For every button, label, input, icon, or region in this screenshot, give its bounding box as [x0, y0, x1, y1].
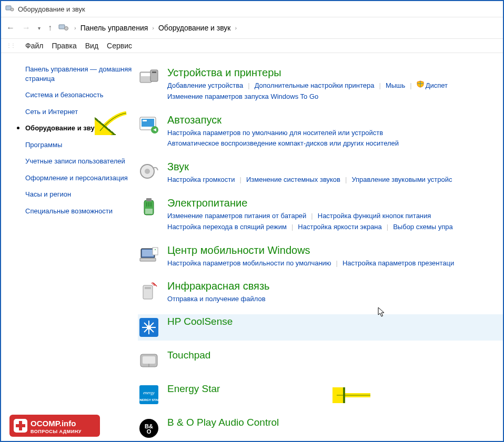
main-panel: Устройства и принтерыДобавление устройст…	[138, 65, 503, 442]
chevron-right-icon[interactable]: ›	[151, 25, 155, 31]
svg-text:ВОПРОСЫ АДМИНУ: ВОПРОСЫ АДМИНУ	[31, 429, 82, 434]
category-item[interactable]: HP CoolSense	[138, 314, 503, 341]
category-link[interactable]: Настройка параметров по умолчанию для но…	[167, 128, 383, 139]
svg-rect-0	[6, 6, 11, 10]
category-icon	[138, 316, 160, 338]
menu-file[interactable]: Файл	[25, 42, 43, 50]
category-item[interactable]: Центр мобильности WindowsНастройка парам…	[138, 242, 503, 271]
category-link[interactable]: Автоматическое воспроизведение компакт-д…	[167, 138, 399, 149]
nav-up-icon[interactable]: ↑	[48, 23, 52, 33]
category-item[interactable]: Touchpad	[138, 348, 503, 374]
category-link[interactable]: Настройка яркости экрана	[298, 222, 381, 233]
sidebar-item[interactable]: Программы	[25, 140, 133, 150]
category-item[interactable]: ЗвукНастройка громкости|Изменение систем…	[138, 159, 503, 188]
category-link[interactable]: Добавление устройства	[167, 80, 243, 91]
sidebar: Панель управления — домашняя страница Си…	[1, 65, 138, 442]
category-item[interactable]: Устройства и принтерыДобавление устройст…	[138, 65, 503, 105]
grip-icon: ⋮⋮	[6, 44, 15, 47]
category-icon	[138, 350, 160, 372]
category-title[interactable]: Инфракрасная связь	[167, 280, 503, 292]
category-icon: energyENERGY STAR	[138, 384, 160, 406]
svg-point-13	[145, 169, 150, 174]
category-icon	[138, 197, 160, 219]
svg-rect-19	[140, 258, 156, 261]
svg-rect-10	[143, 120, 147, 121]
svg-rect-18	[142, 250, 154, 256]
category-link[interactable]: Настройка перехода в спящий режим	[167, 222, 287, 233]
sidebar-item[interactable]: Система и безопасность	[25, 90, 133, 100]
breadcrumb: › Панель управления › Оборудование и зву…	[58, 23, 238, 34]
svg-rect-2	[59, 25, 65, 29]
category-icon	[138, 114, 160, 136]
category-title[interactable]: Touchpad	[167, 350, 503, 361]
category-item[interactable]: B&OB & O Play Audio Control	[138, 415, 503, 441]
category-link[interactable]: Управление звуковыми устройс	[351, 174, 452, 186]
sidebar-item[interactable]: Сеть и Интернет	[25, 107, 133, 117]
category-link[interactable]: Мышь	[386, 80, 405, 91]
category-link[interactable]: Настройка параметров презентаци	[342, 258, 454, 269]
svg-rect-7	[152, 71, 156, 73]
category-item[interactable]: energyENERGY STAREnergy Star	[138, 382, 503, 408]
menu-edit[interactable]: Правка	[52, 42, 76, 50]
category-title[interactable]: B & O Play Audio Control	[167, 417, 503, 428]
svg-rect-15	[146, 198, 152, 201]
sidebar-item[interactable]: Специальные возможности	[25, 207, 133, 216]
svg-rect-23	[145, 287, 151, 289]
sidebar-item[interactable]: Оборудование и звук	[25, 124, 133, 133]
category-title[interactable]: Электропитание	[167, 197, 503, 209]
svg-rect-20	[153, 248, 158, 255]
category-link[interactable]: Изменение параметров питания от батарей	[167, 211, 306, 222]
shield-icon	[417, 80, 424, 91]
category-title[interactable]: Центр мобильности Windows	[167, 244, 503, 256]
svg-point-21	[155, 249, 156, 250]
category-title[interactable]: Energy Star	[167, 384, 503, 395]
titlebar: Оборудование и звук	[1, 1, 503, 17]
svg-point-1	[11, 8, 14, 11]
svg-point-25	[147, 325, 151, 330]
svg-rect-5	[141, 73, 150, 76]
chevron-right-icon[interactable]: ›	[234, 25, 238, 31]
sidebar-item[interactable]: Оформление и персонализация	[25, 173, 133, 183]
breadcrumb-section[interactable]: Оборудование и звук	[158, 24, 231, 32]
svg-text:ENERGY STAR: ENERGY STAR	[138, 398, 160, 402]
category-link[interactable]: Диспет	[426, 80, 448, 91]
breadcrumb-root[interactable]: Панель управления	[80, 24, 148, 32]
menu-view[interactable]: Вид	[85, 42, 98, 50]
svg-text:O: O	[147, 428, 152, 435]
nav-back-icon[interactable]: ←	[6, 23, 15, 33]
category-link[interactable]: Настройка функций кнопок питания	[318, 211, 431, 222]
category-title[interactable]: HP CoolSense	[167, 316, 503, 327]
category-title[interactable]: Автозапуск	[167, 114, 503, 126]
category-icon: B&O	[138, 417, 160, 439]
category-link[interactable]: Отправка и получение файлов	[167, 294, 266, 305]
svg-text:OCOMP.info: OCOMP.info	[31, 419, 76, 428]
svg-point-3	[65, 26, 68, 30]
category-link[interactable]: Изменение параметров запуска Windows To …	[167, 91, 318, 102]
watermark: OCOMP.info ВОПРОСЫ АДМИНУ	[9, 415, 100, 438]
svg-text:energy: energy	[143, 390, 155, 395]
category-link[interactable]: Настройка параметров мобильности по умол…	[167, 258, 331, 269]
sidebar-home[interactable]: Панель управления — домашняя страница	[25, 65, 133, 83]
category-link[interactable]: Дополнительные настройки принтера	[255, 80, 375, 91]
category-link[interactable]: Настройка громкости	[167, 174, 235, 186]
nav-dropdown-icon[interactable]: ▾	[38, 25, 41, 31]
svg-rect-27	[143, 356, 155, 364]
sidebar-item[interactable]: Учетные записи пользователей	[25, 157, 133, 166]
category-item[interactable]: Инфракрасная связьОтправка и получение ф…	[138, 278, 503, 307]
category-item[interactable]: АвтозапускНастройка параметров по умолча…	[138, 112, 503, 152]
chevron-right-icon[interactable]: ›	[73, 25, 77, 31]
breadcrumb-icon	[58, 23, 70, 34]
category-title[interactable]: Звук	[167, 161, 503, 172]
category-link[interactable]: Изменение системных звуков	[246, 174, 340, 186]
sidebar-item[interactable]: Часы и регион	[25, 190, 133, 199]
category-link[interactable]: Выбор схемы упра	[393, 222, 453, 233]
svg-rect-16	[145, 209, 153, 214]
menu-bar: ⋮⋮ Файл Правка Вид Сервис	[1, 39, 503, 53]
category-title[interactable]: Устройства и принтеры	[167, 67, 503, 78]
category-item[interactable]: ЭлектропитаниеИзменение параметров питан…	[138, 195, 503, 235]
svg-rect-38	[16, 424, 25, 427]
app-icon	[5, 4, 15, 15]
menu-service[interactable]: Сервис	[107, 42, 132, 50]
address-bar: ← → ▾ ↑ › Панель управления › Оборудован…	[1, 17, 503, 38]
nav-forward-icon[interactable]: →	[22, 23, 31, 33]
